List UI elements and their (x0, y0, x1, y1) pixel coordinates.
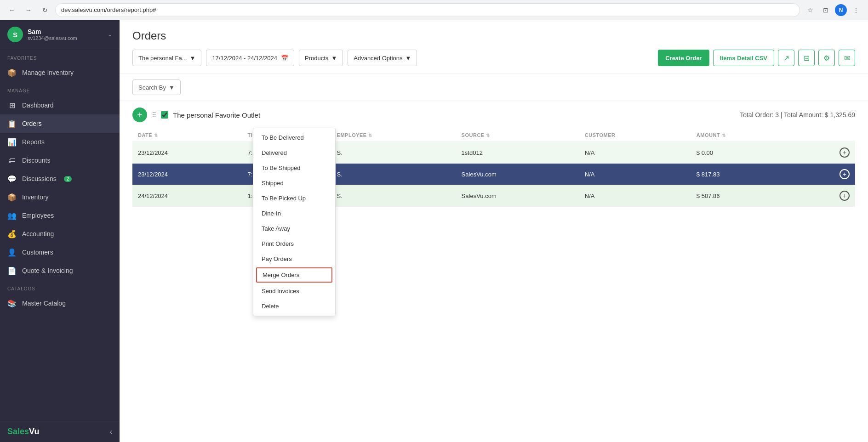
sidebar-item-label: Discounts (22, 157, 50, 164)
back-button[interactable]: ← (6, 4, 18, 17)
context-menu-item-print-orders[interactable]: Print Orders (253, 236, 335, 251)
drag-handle-icon[interactable]: ⠿ (152, 111, 156, 119)
sidebar-item-discussions[interactable]: 💬 Discussions 2 (0, 170, 120, 188)
date-range-picker[interactable]: 17/12/2024 - 24/12/2024 📅 (206, 50, 294, 66)
table-row[interactable]: 23/12/2024 7:05 PM S. 1std012 N/A $ 0.00… (132, 142, 855, 164)
cell-customer: N/A (579, 185, 691, 207)
col-employee: EMPLOYEE ⇅ (331, 129, 456, 142)
cell-amount: $ 817.83 (691, 164, 799, 185)
context-menu-item-delete[interactable]: Delete (253, 299, 335, 314)
menu-button[interactable]: ⋮ (850, 4, 862, 17)
sidebar-item-accounting[interactable]: 💰 Accounting (0, 225, 120, 243)
advanced-options-dropdown[interactable]: Advanced Options ▼ (348, 50, 417, 66)
context-menu: To Be DeliveredDeliveredTo Be ShippedShi… (253, 128, 336, 316)
discounts-icon: 🏷 (7, 156, 17, 165)
expand-icon[interactable]: + (839, 191, 850, 201)
chevron-down-icon: ▼ (405, 55, 411, 62)
main-content: Orders The personal Fa... ▼ 17/12/2024 -… (120, 20, 868, 442)
collapse-sidebar-button[interactable]: ‹ (110, 428, 112, 436)
expand-icon[interactable]: + (839, 169, 850, 179)
share-button[interactable]: ↗ (778, 50, 794, 66)
toolbar-left: The personal Fa... ▼ 17/12/2024 - 24/12/… (132, 50, 653, 66)
sidebar-item-label: Employees (22, 212, 54, 219)
store-dropdown[interactable]: The personal Fa... ▼ (132, 50, 201, 66)
sidebar-user: S Sam sv1234@salesvu.com (7, 27, 77, 42)
calendar-icon: 📅 (281, 55, 288, 62)
sidebar-item-quote-invoicing[interactable]: 📄 Quote & Invoicing (0, 261, 120, 280)
store-dropdown-label: The personal Fa... (138, 55, 187, 62)
context-menu-item-to-be-shipped[interactable]: To Be Shipped (253, 160, 335, 176)
extensions-button[interactable]: ⊡ (819, 4, 832, 17)
cell-action: + (799, 142, 855, 164)
url-bar[interactable] (55, 3, 800, 17)
store-checkbox[interactable] (161, 111, 168, 119)
discussions-badge: 2 (64, 176, 72, 182)
cell-source: SalesVu.com (456, 185, 579, 207)
sidebar-item-orders[interactable]: 📋 Orders (0, 114, 120, 133)
cell-action: + (799, 164, 855, 185)
sidebar-item-master-catalog[interactable]: 📚 Master Catalog (0, 294, 120, 312)
cell-date: 24/12/2024 (132, 185, 242, 207)
sidebar-item-label: Orders (22, 120, 42, 127)
reload-button[interactable]: ↻ (39, 4, 51, 17)
sort-icon[interactable]: ⇅ (154, 133, 158, 138)
sidebar-item-discounts[interactable]: 🏷 Discounts (0, 151, 120, 170)
create-order-button[interactable]: Create Order (658, 50, 709, 66)
cell-date: 23/12/2024 (132, 142, 242, 164)
context-menu-item-delivered[interactable]: Delivered (253, 145, 335, 160)
search-by-label: Search By (138, 84, 166, 91)
cell-action: + (799, 185, 855, 207)
table-header: DATE ⇅ TIME EMPLOYEE ⇅ SOURCE ⇅ CUSTOMER… (132, 129, 855, 142)
sidebar-item-dashboard[interactable]: ⊞ Dashboard (0, 96, 120, 114)
context-menu-item-pay-orders[interactable]: Pay Orders (253, 251, 335, 266)
context-menu-item-to-be-delivered[interactable]: To Be Delivered (253, 130, 335, 145)
context-menu-item-take-away[interactable]: Take Away (253, 221, 335, 236)
advanced-options-label: Advanced Options (354, 55, 402, 62)
sort-icon[interactable]: ⇅ (722, 133, 726, 138)
sidebar-item-manage-inventory[interactable]: 📦 Manage Inventory (0, 63, 120, 82)
chevron-down-icon: ▼ (169, 84, 175, 91)
sort-icon[interactable]: ⇅ (486, 133, 490, 138)
reports-icon: 📊 (7, 137, 17, 147)
sort-icon[interactable]: ⇅ (368, 133, 372, 138)
context-menu-item-shipped[interactable]: Shipped (253, 176, 335, 191)
settings-button[interactable]: ⚙ (818, 50, 835, 66)
add-button[interactable]: + (132, 108, 147, 122)
col-customer: CUSTOMER (579, 129, 691, 142)
cell-date: 23/12/2024 (132, 164, 242, 185)
cell-source: SalesVu.com (456, 164, 579, 185)
customers-icon: 👤 (7, 248, 17, 257)
layout-button[interactable]: ⊟ (798, 50, 815, 66)
browser-chrome: ← → ↻ ☆ ⊡ N ⋮ (0, 0, 868, 20)
forward-button[interactable]: → (22, 4, 35, 17)
email-button[interactable]: ✉ (839, 50, 855, 66)
sidebar-item-employees[interactable]: 👥 Employees (0, 206, 120, 225)
context-menu-item-dine-in[interactable]: Dine-In (253, 206, 335, 221)
products-dropdown[interactable]: Products ▼ (299, 50, 343, 66)
context-menu-item-merge-orders[interactable]: Merge Orders (256, 267, 332, 283)
page-title: Orders (132, 29, 855, 42)
total-info: Total Order: 3 | Total Amount: $ 1,325.6… (740, 111, 855, 119)
table-row[interactable]: 23/12/2024 7:07 PM S. SalesVu.com N/A $ … (132, 164, 855, 185)
context-menu-item-to-be-picked-up[interactable]: To Be Picked Up (253, 191, 335, 206)
inventory-icon: 📦 (7, 193, 17, 202)
context-menu-item-send-invoices[interactable]: Send Invoices (253, 283, 335, 299)
items-detail-csv-button[interactable]: Items Detail CSV (713, 50, 774, 66)
chevron-down-icon[interactable]: ⌄ (108, 31, 112, 38)
search-by-dropdown[interactable]: Search By ▼ (132, 79, 181, 95)
sidebar-item-label: Inventory (22, 193, 49, 201)
sidebar-item-reports[interactable]: 📊 Reports (0, 133, 120, 151)
expand-icon[interactable]: + (839, 147, 850, 158)
sidebar-item-customers[interactable]: 👤 Customers (0, 243, 120, 261)
table-row[interactable]: 24/12/2024 1:47 PM S. SalesVu.com N/A $ … (132, 185, 855, 207)
store-name: The personal Favorite Outlet (173, 111, 260, 119)
chevron-down-icon: ▼ (190, 55, 196, 62)
bookmark-button[interactable]: ☆ (804, 4, 817, 17)
invoice-icon: 📄 (7, 266, 17, 275)
cell-amount: $ 0.00 (691, 142, 799, 164)
main-header: Orders The personal Fa... ▼ 17/12/2024 -… (120, 20, 868, 74)
sidebar-footer: SalesVu ‹ (0, 421, 120, 442)
sidebar-item-label: Master Catalog (22, 300, 66, 307)
orders-icon: 📋 (7, 119, 17, 128)
sidebar-item-inventory[interactable]: 📦 Inventory (0, 188, 120, 206)
